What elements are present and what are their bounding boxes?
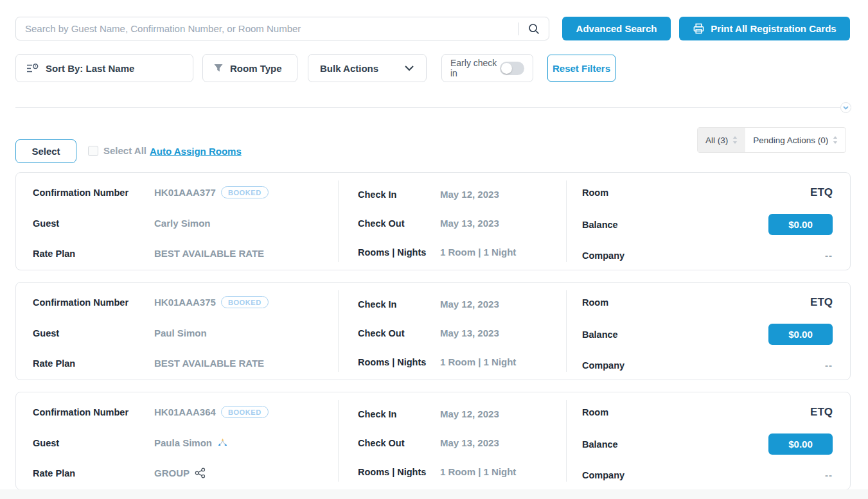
rate-plan-value: BEST AVAILABLE RATE <box>154 358 264 369</box>
rate-plan-label: Rate Plan <box>33 358 154 369</box>
bulk-actions-label: Bulk Actions <box>320 63 378 74</box>
confirmation-number-value[interactable]: HK01AAA377 <box>154 187 216 198</box>
company-value: -- <box>825 250 833 261</box>
check-out-label: Check Out <box>358 328 440 338</box>
check-in-value: May 12, 2023 <box>440 299 499 310</box>
balance-label: Balance <box>582 220 618 230</box>
select-button[interactable]: Select <box>15 139 76 163</box>
balance-value: $0.00 <box>788 219 813 230</box>
confirmation-number-label: Confirmation Number <box>33 297 154 308</box>
collapse-filters-button[interactable] <box>840 102 851 113</box>
card-divider <box>338 400 339 482</box>
check-in-value: May 12, 2023 <box>440 189 499 200</box>
search-input[interactable] <box>16 23 518 34</box>
tab-all[interactable]: All (3) <box>698 128 745 152</box>
rooms-nights-label: Rooms | Nights <box>358 467 440 477</box>
rate-plan-label: Rate Plan <box>33 468 154 478</box>
advanced-search-button[interactable]: Advanced Search <box>562 17 671 40</box>
company-value: -- <box>825 360 833 371</box>
rate-plan-value: GROUP <box>154 468 190 478</box>
room-type-filter[interactable]: Room Type <box>202 54 297 82</box>
rooms-nights-label: Rooms | Nights <box>358 247 440 258</box>
status-badge: BOOKED <box>221 296 269 308</box>
reset-filters-label: Reset Filters <box>553 63 610 74</box>
early-check-in-filter: Early check in <box>441 54 533 82</box>
company-value: -- <box>825 469 833 480</box>
check-in-label: Check In <box>358 299 440 310</box>
balance-value: $0.00 <box>788 439 813 450</box>
chevron-down-icon <box>404 65 414 71</box>
sort-by-label: Sort By: Last Name <box>46 63 134 74</box>
sort-carets-icon <box>833 136 838 144</box>
select-all-label: Select All <box>103 145 146 156</box>
reservation-card[interactable]: Confirmation Number HK01AAA364 BOOKED Gu… <box>15 392 851 490</box>
status-badge: BOOKED <box>221 406 269 418</box>
sort-icon <box>26 63 39 74</box>
guest-label: Guest <box>33 328 154 338</box>
room-type-label: Room Type <box>230 63 282 74</box>
rooms-nights-value: 1 Room | 1 Night <box>440 356 516 367</box>
confirmation-number-label: Confirmation Number <box>33 407 154 417</box>
filters-divider <box>15 107 840 108</box>
early-check-in-label: Early check in <box>450 58 500 78</box>
select-all-checkbox[interactable] <box>88 146 98 156</box>
check-in-label: Check In <box>358 409 440 419</box>
tab-all-label: All (3) <box>705 136 728 145</box>
balance-button[interactable]: $0.00 <box>768 324 833 345</box>
search-icon <box>527 22 540 35</box>
status-badge: BOOKED <box>221 186 269 198</box>
card-divider <box>338 180 339 262</box>
result-tabs: All (3) Pending Actions (0) <box>697 127 846 153</box>
check-out-label: Check Out <box>358 438 440 448</box>
balance-button[interactable]: $0.00 <box>768 433 833 455</box>
tab-pending-actions[interactable]: Pending Actions (0) <box>745 128 846 152</box>
print-all-label: Print All Registration Cards <box>711 23 836 34</box>
check-out-value: May 13, 2023 <box>440 437 499 448</box>
confirmation-number-value[interactable]: HK01AAA375 <box>154 297 216 308</box>
company-label: Company <box>582 360 624 371</box>
room-value: ETQ <box>810 186 833 199</box>
balance-value: $0.00 <box>788 329 813 340</box>
sort-by-dropdown[interactable]: Sort By: Last Name <box>15 54 193 82</box>
auto-assign-rooms-link[interactable]: Auto Assign Rooms <box>150 146 242 157</box>
chevron-down-icon <box>843 106 849 110</box>
reservation-card[interactable]: Confirmation Number HK01AAA377 BOOKED Gu… <box>15 172 851 270</box>
balance-label: Balance <box>582 439 618 450</box>
check-out-label: Check Out <box>358 218 440 229</box>
room-label: Room <box>582 297 608 308</box>
check-out-value: May 13, 2023 <box>440 328 499 338</box>
company-label: Company <box>582 470 624 480</box>
card-divider <box>566 290 567 372</box>
room-label: Room <box>582 188 608 198</box>
tab-pending-label: Pending Actions (0) <box>753 136 828 145</box>
select-all-control[interactable]: Select All <box>88 145 146 156</box>
select-label: Select <box>31 146 60 157</box>
printer-icon <box>693 22 705 35</box>
check-in-label: Check In <box>358 189 440 200</box>
reset-filters-button[interactable]: Reset Filters <box>547 55 616 82</box>
rooms-nights-value: 1 Room | 1 Night <box>440 466 516 477</box>
confirmation-number-value[interactable]: HK01AAA364 <box>154 407 216 417</box>
reservation-list: Confirmation Number HK01AAA377 BOOKED Gu… <box>15 172 851 490</box>
bulk-actions-dropdown[interactable]: Bulk Actions <box>308 54 427 82</box>
rooms-nights-value: 1 Room | 1 Night <box>440 247 516 258</box>
print-all-registration-cards-button[interactable]: Print All Registration Cards <box>679 17 850 40</box>
card-divider <box>566 180 567 262</box>
room-label: Room <box>582 407 608 417</box>
balance-button[interactable]: $0.00 <box>768 214 833 235</box>
balance-label: Balance <box>582 329 618 340</box>
group-guests-icon <box>217 438 228 448</box>
check-in-value: May 12, 2023 <box>440 408 499 419</box>
early-check-in-toggle[interactable] <box>500 62 524 75</box>
sort-carets-icon <box>732 136 738 144</box>
guest-name-value: Paula Simon <box>154 437 212 448</box>
rate-plan-value: BEST AVAILABLE RATE <box>154 248 264 259</box>
guest-label: Guest <box>33 218 154 229</box>
page-footer-strip <box>0 489 868 499</box>
advanced-search-label: Advanced Search <box>576 23 657 34</box>
guest-name-value: Paul Simon <box>154 328 207 338</box>
guest-name-value: Carly Simon <box>154 218 211 229</box>
reservation-card[interactable]: Confirmation Number HK01AAA375 BOOKED Gu… <box>15 282 851 380</box>
search-button[interactable] <box>519 17 549 40</box>
funnel-icon <box>213 63 224 73</box>
